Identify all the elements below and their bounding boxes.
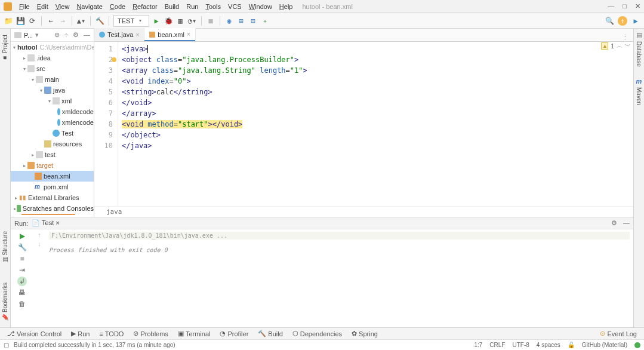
close-button[interactable]: ✕ (635, 2, 640, 10)
profiler-tool-button[interactable]: ◔ Profiler (216, 328, 252, 339)
encoding[interactable]: UTF-8 (512, 342, 529, 348)
menu-tools[interactable]: Tools (202, 2, 224, 11)
event-log-button[interactable]: ⊙ Event Log (596, 328, 640, 339)
down-stack-icon[interactable]: ↓ (38, 240, 41, 247)
maximize-button[interactable]: □ (623, 2, 627, 10)
stop-run-icon[interactable]: ■ (17, 254, 27, 263)
caret-position[interactable]: 1:7 (474, 342, 482, 348)
tab-test-java[interactable]: Test.java× (94, 28, 144, 41)
soft-wrap-icon[interactable]: ↲ (17, 277, 27, 286)
debug-icon[interactable]: 🐞 (164, 16, 173, 26)
code-editor[interactable]: 12345678910 <java><object class="java.la… (94, 42, 633, 206)
tree-test[interactable]: ▸test (11, 149, 94, 160)
readonly-icon[interactable]: 🔓 (568, 342, 575, 348)
run-console[interactable]: F:\Environment\Java\jdk1.8.0_181\bin\jav… (45, 229, 633, 327)
tree-xml-pkg[interactable]: ▾xml (11, 96, 94, 106)
menu-run[interactable]: Run (183, 2, 202, 11)
project-tool-button[interactable]: ■ Project (2, 32, 8, 64)
up-stack-icon[interactable]: ↑ (38, 231, 41, 238)
open-icon[interactable]: 📁 (4, 16, 13, 26)
cw-icon-3[interactable]: ⊡ (248, 16, 258, 26)
menu-window[interactable]: Window (245, 2, 276, 11)
tree-xmlencode[interactable]: xmlencode (11, 117, 94, 128)
tree-testclass[interactable]: Test (11, 128, 94, 139)
menu-file[interactable]: File (16, 2, 33, 11)
tree-resources[interactable]: resources (11, 139, 94, 149)
minimize-button[interactable]: — (608, 2, 614, 10)
build-tool-button[interactable]: 🔨 Build (254, 328, 286, 339)
tree-bean[interactable]: bean.xml (11, 171, 94, 182)
close-tab-icon[interactable]: × (135, 32, 139, 38)
run-hide-icon[interactable]: — (623, 219, 630, 227)
run-tool-button[interactable]: ▶ Run (67, 328, 93, 339)
indent[interactable]: 4 spaces (537, 342, 560, 348)
cw-icon-2[interactable]: ⊞ (236, 16, 246, 26)
codewithme-icon[interactable]: ▶ (631, 16, 640, 26)
menu-build[interactable]: Build (161, 2, 183, 11)
cw-icon-4[interactable]: ✦ (260, 16, 270, 26)
database-tool-button[interactable]: Database (636, 39, 642, 69)
editor-breadcrumb[interactable]: java (94, 206, 633, 217)
profile-icon[interactable]: ◔▾ (187, 16, 197, 26)
terminal-tool-button[interactable]: ▣ Terminal (174, 328, 214, 339)
tree-xmldecode[interactable]: xmldecode (11, 106, 94, 117)
tree-src[interactable]: ▾src (11, 63, 94, 74)
menu-navigate[interactable]: Navigate (73, 2, 106, 11)
ide-update-icon[interactable]: ↑ (618, 16, 627, 26)
tree-scratch[interactable]: ▸Scratches and Consoles (11, 203, 94, 214)
tab-bean-xml[interactable]: bean.xml× (144, 28, 195, 41)
run-config-selector[interactable]: TEST (113, 15, 149, 27)
todo-tool-button[interactable]: ≡ TODO (95, 329, 127, 339)
code-content[interactable]: <java><object class="java.lang.ProcessBu… (118, 42, 633, 206)
problems-tool-button[interactable]: ⊘ Problems (130, 328, 171, 339)
spring-tool-button[interactable]: ✿ Spring (348, 328, 381, 339)
project-tree[interactable]: P... ▾ ⊕ ÷ ⚙ — ▾hutoolC:\Users\admin\Des… (11, 29, 94, 217)
menu-view[interactable]: View (52, 2, 73, 11)
menu-refactor[interactable]: Refactor (129, 2, 161, 11)
line-separator[interactable]: CRLF (489, 342, 505, 348)
search-icon[interactable]: 🔍 (605, 16, 614, 26)
tree-extlib[interactable]: ▸▮▮External Libraries (11, 192, 94, 203)
gear-icon[interactable]: ⚙ (73, 31, 79, 39)
status-icon[interactable]: ▢ (4, 342, 9, 348)
memory-indicator[interactable] (634, 342, 640, 348)
cw-icon-1[interactable]: ◉ (224, 16, 234, 26)
back-icon[interactable]: ← (46, 16, 56, 26)
menu-code[interactable]: Code (106, 2, 129, 11)
tree-java[interactable]: ▾java (11, 85, 94, 96)
build-up-icon[interactable]: ▲▾ (76, 16, 86, 26)
run-config-name[interactable]: 📄 Test × (32, 219, 60, 227)
print-icon[interactable]: 🖶 (17, 288, 27, 297)
run-tool-icon[interactable]: 🔧 (17, 242, 27, 252)
menu-edit[interactable]: Edit (33, 2, 52, 11)
git-widget[interactable]: GitHub (Material) (582, 342, 627, 348)
run-settings-icon[interactable]: ⚙ (611, 219, 617, 227)
close-tab-icon[interactable]: × (187, 31, 190, 38)
hammer-icon[interactable]: 🔨 (95, 16, 104, 26)
forward-icon[interactable]: → (58, 16, 67, 26)
clear-icon[interactable]: 🗑 (17, 299, 27, 309)
rerun-icon[interactable]: ▶ (17, 231, 27, 241)
scroll-icon[interactable]: ⇥ (17, 265, 27, 275)
sync-icon[interactable]: ⟳ (27, 16, 37, 26)
structure-tool-button[interactable]: ▤ Structure (2, 229, 8, 266)
tree-pom[interactable]: mpom.xml (11, 182, 94, 192)
coverage-icon[interactable]: ▦ (175, 16, 185, 26)
dependencies-tool-button[interactable]: ⬡ Dependencies (289, 328, 346, 339)
bookmarks-tool-button[interactable]: 🔖 Bookmarks (2, 280, 8, 324)
tree-idea[interactable]: ▸.idea (11, 53, 94, 63)
menu-help[interactable]: Help (276, 2, 297, 11)
run-icon[interactable]: ▶ (152, 16, 161, 26)
vcs-tool-button[interactable]: ⎇ Version Control (4, 328, 65, 339)
tree-root[interactable]: ▾hutoolC:\Users\admin\Des (11, 42, 94, 53)
database-icon[interactable]: ▤ (636, 31, 642, 39)
collapse-icon[interactable]: ⊕ (54, 31, 60, 39)
tabs-more-icon[interactable]: ⋮ (617, 33, 633, 41)
stop-icon[interactable]: ■ (206, 16, 215, 26)
tree-target[interactable]: ▸target (11, 160, 94, 171)
maven-icon[interactable]: m (636, 78, 642, 85)
hide-icon[interactable]: — (84, 31, 90, 39)
tree-main[interactable]: ▾main (11, 74, 94, 85)
menu-vcs[interactable]: VCS (224, 2, 245, 11)
maven-tool-button[interactable]: Maven (636, 85, 642, 108)
